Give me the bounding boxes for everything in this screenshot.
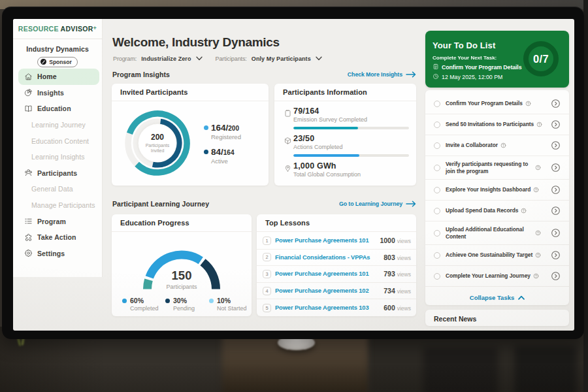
- clock-icon: [433, 73, 439, 81]
- program-list-icon: [24, 217, 33, 225]
- todo-task-row: Verify participants requesting to join t…: [425, 156, 569, 180]
- screen: RESOURCE ADVISOR+ Industry Dynamics Spon…: [13, 19, 574, 331]
- sidebar: RESOURCE ADVISOR+ Industry Dynamics Spon…: [13, 19, 103, 277]
- sidebar-item-home[interactable]: Home: [18, 69, 99, 85]
- section-title-participant-learning-journey: Participant Learning Journey: [112, 200, 209, 208]
- brand-plus: +: [93, 25, 97, 31]
- arrow-right-icon: [406, 71, 416, 78]
- filters-row: Program: Industrialize Zero Participants…: [113, 54, 335, 63]
- task-checkbox[interactable]: [434, 252, 440, 259]
- chevron-right-circle-icon[interactable]: [551, 140, 561, 150]
- card-title: Education Progress: [112, 214, 252, 232]
- sidebar-item-settings[interactable]: Settings: [13, 246, 102, 262]
- chevron-right-circle-icon[interactable]: [551, 206, 561, 216]
- legend-active: 84/164 Active: [204, 147, 234, 165]
- participants-icon: [24, 169, 33, 177]
- program-filter-label: Program:: [113, 56, 137, 62]
- chevron-right-circle-icon[interactable]: [551, 271, 561, 281]
- help-icon[interactable]: [533, 187, 539, 193]
- help-icon[interactable]: [535, 230, 541, 236]
- nav-label: Learning Insights: [31, 153, 85, 161]
- sidebar-item-general-data[interactable]: General Data: [13, 181, 102, 197]
- legend-not-started: 10% Not Started: [209, 297, 247, 312]
- todo-list-card: Confirm Your Program DetailsSend 50 Invi…: [425, 90, 569, 305]
- lesson-rank-badge: 5: [263, 304, 271, 312]
- help-icon[interactable]: [525, 101, 531, 106]
- gauge-center-label: Participants: [112, 284, 252, 290]
- sidebar-item-education[interactable]: Education: [13, 101, 102, 117]
- help-icon[interactable]: [500, 142, 506, 148]
- todo-task-row: Achieve One Sustainability Target: [425, 245, 569, 266]
- lesson-title-link[interactable]: Financial Considerations - VPPAs: [275, 254, 370, 261]
- task-checkbox[interactable]: [434, 187, 440, 193]
- participants-filter-label: Participants:: [216, 56, 247, 62]
- nav-label: Take Action: [37, 233, 76, 241]
- donut-center-value: 200: [151, 133, 164, 142]
- help-icon[interactable]: [535, 165, 541, 171]
- task-checkbox[interactable]: [434, 101, 440, 107]
- todo-task-row: Complete Your Learning Journey: [425, 266, 569, 287]
- todo-title: Your To Do List: [433, 41, 495, 50]
- participants-information-card: Participants Information 79/164 Emission…: [274, 84, 416, 186]
- lesson-title-link[interactable]: Power Purchase Agreements 103: [275, 304, 369, 311]
- sidebar-item-take-action[interactable]: Take Action: [13, 229, 102, 246]
- sidebar-item-learning-insights[interactable]: Learning Insights: [13, 149, 102, 165]
- lesson-title-link[interactable]: Power Purchase Agreements 101: [275, 270, 369, 277]
- task-checkbox[interactable]: [434, 208, 440, 214]
- task-checkbox[interactable]: [434, 230, 440, 237]
- help-icon[interactable]: [535, 252, 541, 258]
- progress-bar: [293, 154, 409, 157]
- task-checkbox[interactable]: [434, 142, 440, 149]
- chevron-right-circle-icon[interactable]: [551, 99, 561, 108]
- todo-summary-card: Your To Do List Complete Your Next Task:…: [425, 31, 569, 88]
- stat-global-consumption: 1,000 GWh Total Global Consumption: [284, 161, 409, 178]
- sidebar-item-program[interactable]: Program: [13, 213, 102, 229]
- resource-advisor-logo: RESOURCE ADVISOR+: [13, 19, 102, 33]
- sidebar-item-insights[interactable]: Insights: [13, 85, 102, 101]
- task-label: Complete Your Learning Journey: [446, 272, 531, 280]
- lesson-row: 1Power Purchase Agreements 1011000views: [257, 233, 416, 250]
- help-icon[interactable]: [521, 208, 527, 214]
- sidebar-item-manage-participants[interactable]: Manage Participants: [13, 197, 102, 214]
- stat-actions-completed: 23/50 Actions Completed: [284, 134, 409, 157]
- lesson-views: 600views: [384, 304, 411, 312]
- help-icon[interactable]: [536, 122, 542, 127]
- nav-label: General Data: [31, 185, 73, 193]
- lesson-views: 734views: [384, 287, 411, 295]
- next-task-label: Confirm Your Program Details: [442, 64, 522, 71]
- task-checkbox[interactable]: [434, 273, 440, 280]
- lesson-views: 803views: [384, 253, 411, 261]
- lesson-rank-badge: 1: [263, 237, 271, 245]
- sidebar-item-learning-journey[interactable]: Learning Journey: [13, 117, 102, 133]
- collapse-tasks-link[interactable]: Collapse Tasks: [425, 289, 569, 305]
- legend-pct: 60%: [130, 297, 144, 304]
- lesson-row: 5Power Purchase Agreements 103600views: [257, 299, 416, 316]
- go-to-learning-journey-link[interactable]: Go to Learning Journey: [339, 201, 416, 207]
- sidebar-item-education-content[interactable]: Education Content: [13, 133, 102, 149]
- chevron-right-circle-icon[interactable]: [551, 120, 561, 129]
- check-more-insights-link[interactable]: Check More Insights: [348, 71, 416, 78]
- todo-progress-text: 0/7: [533, 53, 549, 65]
- legend-dot: [204, 125, 208, 130]
- lesson-title-link[interactable]: Power Purchase Agreements 101: [275, 237, 369, 244]
- sidebar-item-participants[interactable]: Participants: [13, 165, 102, 182]
- todo-task-row: Explore Your Insights Dashboard: [425, 180, 569, 201]
- monitor-bezel: RESOURCE ADVISOR+ Industry Dynamics Spon…: [2, 7, 584, 339]
- program-filter-value[interactable]: Industrialize Zero: [141, 56, 191, 62]
- lesson-title-link[interactable]: Power Purchase Agreements 102: [275, 287, 369, 294]
- help-icon[interactable]: [533, 273, 539, 279]
- chevron-right-circle-icon[interactable]: [551, 250, 561, 260]
- consumption-pin-icon: [284, 163, 292, 172]
- actions-cube-icon: [284, 136, 292, 144]
- chevron-right-circle-icon[interactable]: [551, 185, 561, 195]
- chevron-right-circle-icon[interactable]: [551, 163, 561, 172]
- participants-filter-value[interactable]: Only My Participants: [252, 56, 311, 62]
- task-checkbox[interactable]: [434, 165, 440, 171]
- todo-task-row: Upload Additional Educational Content: [425, 221, 569, 245]
- education-icon: [24, 105, 33, 113]
- chevron-down-icon[interactable]: [316, 56, 322, 61]
- task-checkbox[interactable]: [434, 122, 440, 128]
- nav-label: Learning Journey: [31, 121, 86, 129]
- chevron-down-icon[interactable]: [196, 56, 203, 61]
- chevron-right-circle-icon[interactable]: [551, 228, 561, 238]
